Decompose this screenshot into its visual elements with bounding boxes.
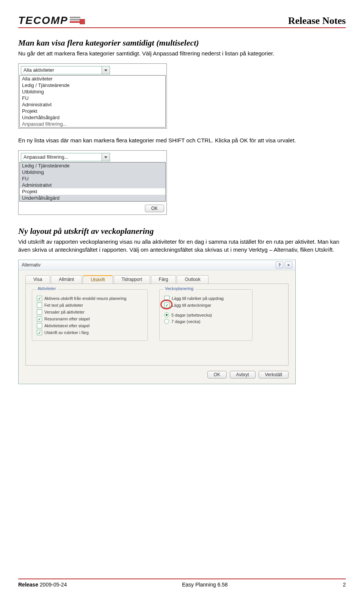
checkbox-row[interactable]: Versaler på aktiviteter xyxy=(37,309,143,315)
footer-page: 2 xyxy=(343,582,346,588)
checkbox-label: Lägg till anteckningar xyxy=(172,303,211,307)
screenshot-combobox-open: Alla aktiviteter Alla aktiviteter Ledig … xyxy=(18,63,167,129)
checkbox-icon[interactable] xyxy=(37,309,42,315)
dialog-buttons: OK Avbryt Verkställ xyxy=(19,371,295,384)
radio-icon[interactable] xyxy=(164,319,169,324)
checkbox-icon[interactable] xyxy=(164,296,169,301)
list-item[interactable]: Ledig / Tjänsteärende xyxy=(20,82,165,88)
radio-icon[interactable] xyxy=(164,312,169,317)
options-dialog: Alternativ ? × Visa Allmänt Utskrift Tid… xyxy=(18,260,296,384)
apply-button[interactable]: Verkställ xyxy=(259,371,289,378)
chevron-down-icon[interactable] xyxy=(102,153,110,161)
checkbox-icon[interactable] xyxy=(37,303,42,308)
combobox-value: Alla aktiviteter xyxy=(21,66,102,74)
checkbox-icon[interactable] xyxy=(37,323,42,328)
dialog-titlebar: Alternativ ? × xyxy=(19,260,295,270)
list-item[interactable]: Anpassad filtrering... xyxy=(20,121,165,127)
list-item[interactable]: Utbildning xyxy=(20,169,165,175)
radio-row[interactable]: 7 dagar (vecka) xyxy=(164,318,248,325)
filter-combobox[interactable]: Anpassad filtrering... xyxy=(21,153,164,161)
list-item[interactable]: Underhållsåtgärd xyxy=(20,195,165,201)
checkbox-icon[interactable]: ✓ xyxy=(37,296,42,301)
list-item[interactable]: Ledig / Tjänsteärende xyxy=(20,162,165,169)
tab-strip: Visa Allmänt Utskrift Tidrapport Färg Ou… xyxy=(19,270,295,284)
tab-farg[interactable]: Färg xyxy=(151,275,176,284)
header: TECOMP Release Notes xyxy=(18,14,346,28)
checkbox-icon[interactable]: ✓ xyxy=(37,316,42,322)
radio-label: 7 dagar (vecka) xyxy=(171,319,200,324)
paragraph-2: En ny lista visas där man kan markera fl… xyxy=(18,136,346,144)
group-title: Aktiviteter xyxy=(36,286,57,291)
footer-product: Easy Planning 6.58 xyxy=(182,582,228,588)
checkbox-row[interactable]: ✓Aktivera utskrift från enskild resurs p… xyxy=(37,295,143,302)
checkbox-row[interactable]: Lägg till rubriker på uppdrag xyxy=(164,295,248,302)
list-item[interactable]: FU xyxy=(20,95,165,101)
filter-listbox[interactable]: Ledig / Tjänsteärende Utbildning FU Admi… xyxy=(19,162,166,202)
checkbox-icon[interactable]: ✓ xyxy=(37,330,42,335)
footer: Release 2009-05-24 Easy Planning 6.58 2 xyxy=(18,579,346,588)
footer-release-date: 2009-05-24 xyxy=(40,582,67,588)
section2-heading: Ny layout på utskrift av veckoplanering xyxy=(18,226,346,236)
tab-outlook[interactable]: Outlook xyxy=(177,275,208,284)
checkbox-label: Fet text på aktiviteter xyxy=(44,303,83,307)
logo: TECOMP xyxy=(18,14,85,27)
checkbox-label: Aktivera utskrift från enskild resurs pl… xyxy=(44,296,126,301)
tab-visa[interactable]: Visa xyxy=(25,275,50,284)
group-veckoplanering: Veckoplanering Lägg till rubriker på upp… xyxy=(159,289,253,341)
radio-label: 5 dagar (arbetsvecka) xyxy=(171,313,212,317)
list-item[interactable]: Utbildning xyxy=(20,88,165,95)
group-title: Veckoplanering xyxy=(163,286,195,291)
tab-utskrift[interactable]: Utskrift xyxy=(83,275,113,284)
page-title: Release Notes xyxy=(288,15,346,27)
list-item[interactable]: Administrativt xyxy=(20,101,165,108)
footer-release-label: Release xyxy=(18,582,38,588)
radio-row[interactable]: 5 dagar (arbetsvecka) xyxy=(164,312,248,318)
section2-body: Vid utskrift av rapporten veckoplanering… xyxy=(18,238,346,254)
logo-text: TECOMP xyxy=(18,14,68,27)
checkbox-row[interactable]: ✓Utskrift av rubriker i färg xyxy=(37,329,143,336)
close-icon[interactable]: × xyxy=(285,262,292,268)
category-combobox[interactable]: Alla aktiviteter xyxy=(21,66,164,74)
list-item[interactable]: Projekt xyxy=(20,188,165,195)
tab-tidrapport[interactable]: Tidrapport xyxy=(114,275,150,284)
combobox-value: Anpassad filtrering... xyxy=(21,153,102,161)
checkbox-label: Utskrift av rubriker i färg xyxy=(44,330,89,335)
logo-icon xyxy=(70,15,85,26)
list-item[interactable]: Projekt xyxy=(20,108,165,114)
checkbox-icon[interactable]: ✓ xyxy=(164,303,169,308)
checkbox-row[interactable]: ✓Resursnamn efter stapel xyxy=(37,315,143,322)
help-icon[interactable]: ? xyxy=(276,262,283,268)
section1-body: Nu går det att markera flera kategorier … xyxy=(18,49,346,57)
chevron-down-icon[interactable] xyxy=(102,66,110,74)
footer-release: Release 2009-05-24 xyxy=(18,582,67,588)
list-item[interactable]: Underhållsåtgärd xyxy=(20,114,165,121)
cancel-button[interactable]: Avbryt xyxy=(230,371,256,378)
list-item[interactable]: Alla aktiviteter xyxy=(20,76,165,82)
list-item[interactable]: Administrativt xyxy=(20,182,165,188)
group-aktiviteter: Aktiviteter ✓Aktivera utskrift från ensk… xyxy=(32,289,148,341)
list-item[interactable]: FU xyxy=(20,175,165,182)
checkbox-row[interactable]: Aktivitetstext efter stapel xyxy=(37,322,143,329)
dialog-title: Alternativ xyxy=(22,262,41,268)
checkbox-label: Aktivitetstext efter stapel xyxy=(44,323,89,328)
checkbox-row[interactable]: ✓Lägg till anteckningar xyxy=(164,302,248,309)
ok-button[interactable]: OK xyxy=(145,205,164,212)
tab-allmant[interactable]: Allmänt xyxy=(51,275,82,284)
checkbox-label: Versaler på aktiviteter xyxy=(44,310,85,314)
checkbox-row[interactable]: Fet text på aktiviteter xyxy=(37,302,143,309)
screenshot-multiselect: Anpassad filtrering... Ledig / Tjänsteär… xyxy=(18,150,167,215)
ok-button[interactable]: OK xyxy=(207,371,227,378)
checkbox-label: Resursnamn efter stapel xyxy=(44,317,90,321)
tab-body: Aktiviteter ✓Aktivera utskrift från ensk… xyxy=(25,284,289,366)
category-listbox[interactable]: Alla aktiviteter Ledig / Tjänsteärende U… xyxy=(19,75,166,128)
checkbox-label: Lägg till rubriker på uppdrag xyxy=(172,296,224,301)
section1-heading: Man kan visa flera kategorier samtidigt … xyxy=(18,38,346,48)
